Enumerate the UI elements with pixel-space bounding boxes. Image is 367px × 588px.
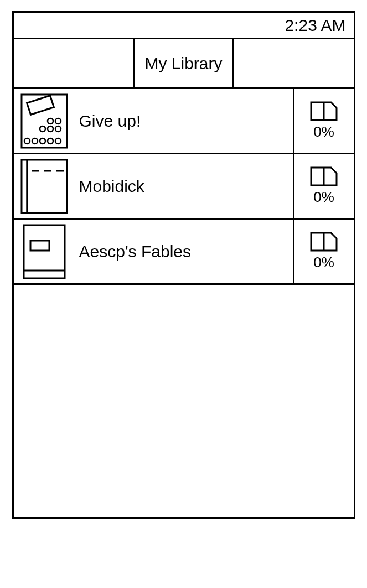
library-list: Give up! 0% xyxy=(14,89,354,285)
book-title-text: Give up! xyxy=(79,112,141,131)
svg-point-5 xyxy=(48,126,53,132)
status-bar: 2:23 AM xyxy=(14,13,354,39)
title-bar-left xyxy=(14,39,133,87)
title-bar: My Library xyxy=(14,39,354,89)
page-title: My Library xyxy=(133,39,234,87)
progress-cell: 0% xyxy=(293,89,354,153)
device-frame: 2:23 AM My Library xyxy=(12,11,355,519)
svg-point-8 xyxy=(32,138,38,144)
svg-rect-14 xyxy=(27,160,67,213)
status-time: 2:23 AM xyxy=(285,16,345,35)
book-title-text: Mobidick xyxy=(79,177,144,196)
progress-text: 0% xyxy=(313,123,334,141)
progress-text: 0% xyxy=(313,189,334,206)
book-cover-icon xyxy=(14,154,75,218)
book-title: Give up! xyxy=(75,89,293,153)
progress-text: 0% xyxy=(313,254,334,271)
progress-cell: 0% xyxy=(293,154,354,218)
svg-rect-20 xyxy=(30,241,49,251)
book-cover-icon xyxy=(14,89,75,153)
book-title-text: Aescp's Fables xyxy=(79,242,192,261)
svg-point-6 xyxy=(55,126,61,132)
storage-card-icon xyxy=(310,166,338,186)
book-title: Mobidick xyxy=(75,154,293,218)
book-title: Aescp's Fables xyxy=(75,220,293,283)
svg-rect-1 xyxy=(27,95,54,115)
svg-point-10 xyxy=(48,138,53,144)
page-title-text: My Library xyxy=(144,54,222,73)
list-item[interactable]: Mobidick 0% xyxy=(14,154,354,220)
storage-card-icon xyxy=(310,232,338,252)
svg-point-11 xyxy=(55,138,61,144)
svg-point-9 xyxy=(40,138,45,144)
svg-point-3 xyxy=(55,118,61,124)
empty-area xyxy=(14,285,354,517)
book-cover-icon xyxy=(14,220,75,283)
svg-point-4 xyxy=(40,126,45,132)
title-bar-right xyxy=(234,39,354,87)
svg-point-2 xyxy=(48,118,53,124)
svg-point-7 xyxy=(24,138,30,144)
list-item[interactable]: Aescp's Fables 0% xyxy=(14,220,354,285)
list-item[interactable]: Give up! 0% xyxy=(14,89,354,154)
progress-cell: 0% xyxy=(293,220,354,283)
storage-card-icon xyxy=(310,101,338,121)
